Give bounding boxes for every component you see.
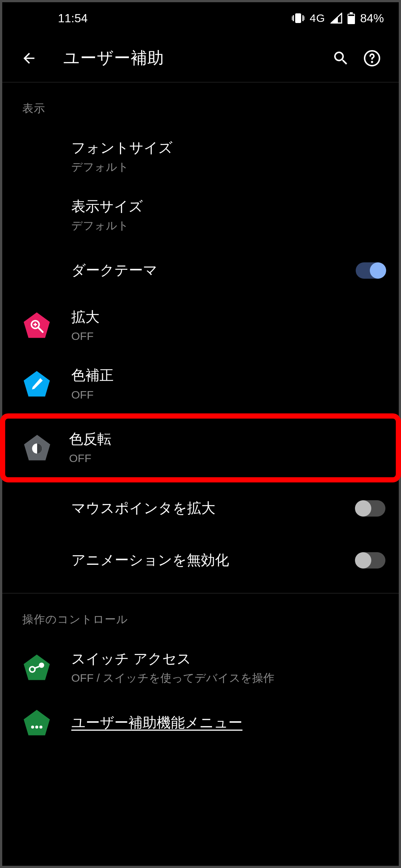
item-sub: デフォルト: [71, 160, 385, 175]
section-header-display: 表示: [2, 82, 399, 127]
item-display-size[interactable]: 表示サイズ デフォルト: [2, 186, 399, 245]
back-button[interactable]: [16, 45, 42, 72]
item-dark-theme[interactable]: ダークテーマ: [2, 245, 399, 297]
battery-icon: [348, 12, 355, 24]
item-title: 拡大: [71, 308, 385, 327]
color-correction-icon: [22, 369, 52, 399]
item-accessibility-menu[interactable]: ユーザー補助機能メニュー: [2, 697, 399, 749]
network-label: 4G: [310, 12, 325, 24]
item-switch-access[interactable]: スイッチ アクセス OFF / スイッチを使ってデバイスを操作: [2, 638, 399, 697]
page-title: ユーザー補助: [45, 47, 325, 69]
disable-animation-switch[interactable]: [356, 552, 385, 569]
item-color-inversion[interactable]: 色反転 OFF: [5, 419, 396, 477]
item-title: スイッチ アクセス: [71, 649, 385, 668]
vibrate-icon: [292, 13, 304, 24]
item-title: 色補正: [71, 366, 385, 385]
item-sub: OFF / スイッチを使ってデバイスを操作: [71, 671, 385, 686]
item-sub: OFF: [71, 329, 385, 344]
section-header-controls: 操作のコントロール: [2, 593, 399, 638]
large-pointer-switch[interactable]: [356, 500, 385, 517]
item-sub: OFF: [71, 387, 385, 403]
item-magnification[interactable]: 拡大 OFF: [2, 297, 399, 355]
item-title: 色反転: [69, 430, 388, 449]
item-title: アニメーションを無効化: [71, 551, 348, 570]
svg-rect-1: [350, 12, 353, 14]
signal-icon: [330, 13, 342, 24]
item-sub: OFF: [69, 451, 388, 466]
item-title: 表示サイズ: [71, 197, 385, 216]
svg-rect-0: [295, 13, 301, 23]
help-button[interactable]: [359, 45, 385, 72]
svg-point-21: [39, 725, 42, 728]
svg-rect-3: [348, 14, 354, 16]
svg-point-20: [35, 725, 38, 728]
item-title: ダークテーマ: [71, 261, 348, 280]
app-bar: ユーザー補助: [2, 34, 399, 82]
color-inversion-icon: [22, 433, 52, 463]
status-bar: 11:54 4G 84%: [2, 2, 399, 34]
item-large-pointer[interactable]: マウスポインタを拡大: [2, 482, 399, 534]
svg-point-5: [372, 62, 372, 62]
item-disable-animation[interactable]: アニメーションを無効化: [2, 534, 399, 586]
switch-access-icon: [22, 653, 52, 682]
accessibility-menu-icon: [22, 708, 52, 738]
status-time: 11:54: [58, 12, 292, 25]
item-title: ユーザー補助機能メニュー: [71, 713, 385, 732]
item-sub: デフォルト: [71, 218, 385, 233]
dark-theme-switch[interactable]: [356, 262, 385, 279]
highlight-box: 色反転 OFF: [0, 413, 401, 482]
svg-point-16: [39, 662, 44, 668]
item-color-correction[interactable]: 色補正 OFF: [2, 355, 399, 413]
item-font-size[interactable]: フォントサイズ デフォルト: [2, 127, 399, 186]
search-button[interactable]: [327, 45, 354, 72]
magnification-icon: [22, 311, 52, 340]
item-title: マウスポインタを拡大: [71, 499, 348, 518]
status-indicators: 4G 84%: [292, 12, 384, 25]
item-title: フォントサイズ: [71, 138, 385, 157]
battery-percent: 84%: [360, 12, 384, 25]
svg-marker-18: [24, 710, 50, 736]
section-controls: 操作のコントロール スイッチ アクセス OFF / スイッチを使ってデバイスを操…: [2, 593, 399, 749]
section-display: 表示 フォントサイズ デフォルト 表示サイズ デフォルト ダークテーマ: [2, 82, 399, 586]
svg-point-19: [31, 725, 34, 728]
